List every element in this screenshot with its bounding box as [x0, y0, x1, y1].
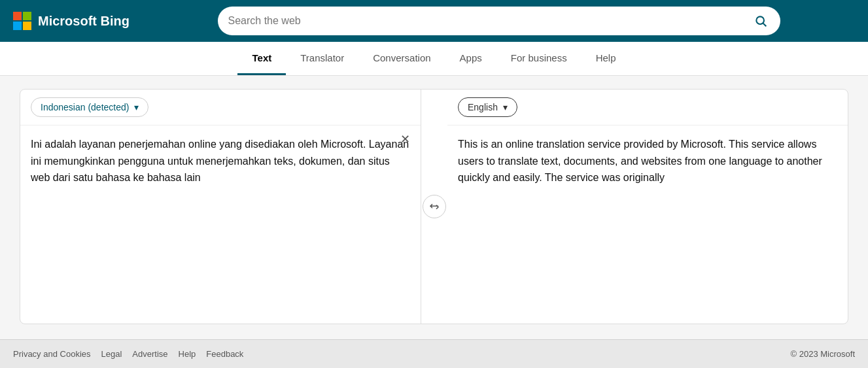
search-button[interactable]: [752, 12, 770, 30]
clear-button[interactable]: ✕: [400, 132, 410, 146]
copyright: © 2023 Microsoft: [791, 349, 855, 359]
search-input[interactable]: [228, 15, 752, 27]
header: Microsoft Bing: [0, 0, 868, 42]
search-icon: [754, 14, 767, 27]
nav-item-translator[interactable]: Translator: [286, 42, 358, 75]
target-lang-selector-row: English ▾: [447, 90, 848, 125]
target-lang-label: English: [468, 102, 498, 112]
footer-link-privacy[interactable]: Privacy and Cookies: [13, 349, 91, 359]
footer-link-advertise[interactable]: Advertise: [132, 349, 167, 359]
svg-point-0: [756, 16, 764, 24]
target-panel: English ▾ This is an online translation …: [447, 90, 848, 324]
footer-links: Privacy and Cookies Legal Advertise Help…: [13, 349, 791, 359]
source-panel: Indonesian (detected) ▾ ✕ Ini adalah lay…: [20, 90, 421, 324]
source-lang-label: Indonesian (detected): [41, 102, 129, 112]
search-bar: [218, 7, 780, 35]
main-content: Indonesian (detected) ▾ ✕ Ini adalah lay…: [0, 76, 868, 339]
source-lang-selector-row: Indonesian (detected) ▾: [20, 90, 421, 125]
logo-text: Microsoft Bing: [38, 14, 130, 29]
footer-link-feedback[interactable]: Feedback: [206, 349, 243, 359]
footer-link-help[interactable]: Help: [179, 349, 196, 359]
source-lang-dropdown[interactable]: Indonesian (detected) ▾: [31, 97, 148, 117]
footer: Privacy and Cookies Legal Advertise Help…: [0, 339, 868, 368]
nav-item-for-business[interactable]: For business: [496, 42, 582, 75]
target-lang-dropdown[interactable]: English ▾: [458, 97, 517, 117]
target-text: This is an online translation service pr…: [458, 136, 837, 186]
target-text-wrapper: This is an online translation service pr…: [447, 125, 848, 324]
nav-item-text[interactable]: Text: [237, 42, 286, 75]
footer-link-legal[interactable]: Legal: [101, 349, 122, 359]
nav-bar: Text Translator Conversation Apps For bu…: [0, 42, 868, 76]
source-text-wrapper: ✕ Ini adalah layanan penerjemahan online…: [20, 125, 421, 324]
nav-item-conversation[interactable]: Conversation: [358, 42, 445, 75]
nav-item-apps[interactable]: Apps: [445, 42, 496, 75]
swap-button[interactable]: [423, 195, 446, 218]
ms-logo-icon: [13, 12, 31, 30]
source-text: Ini adalah layanan penerjemahan online y…: [31, 136, 410, 186]
nav-item-help[interactable]: Help: [582, 42, 631, 75]
search-container: [218, 7, 780, 35]
swap-icon: [428, 201, 440, 212]
translator-area: Indonesian (detected) ▾ ✕ Ini adalah lay…: [20, 89, 848, 324]
logo-area: Microsoft Bing: [13, 12, 130, 30]
source-lang-chevron-icon: ▾: [134, 102, 139, 112]
swap-area: [421, 90, 447, 324]
target-lang-chevron-icon: ▾: [503, 102, 508, 112]
svg-line-1: [763, 24, 766, 27]
